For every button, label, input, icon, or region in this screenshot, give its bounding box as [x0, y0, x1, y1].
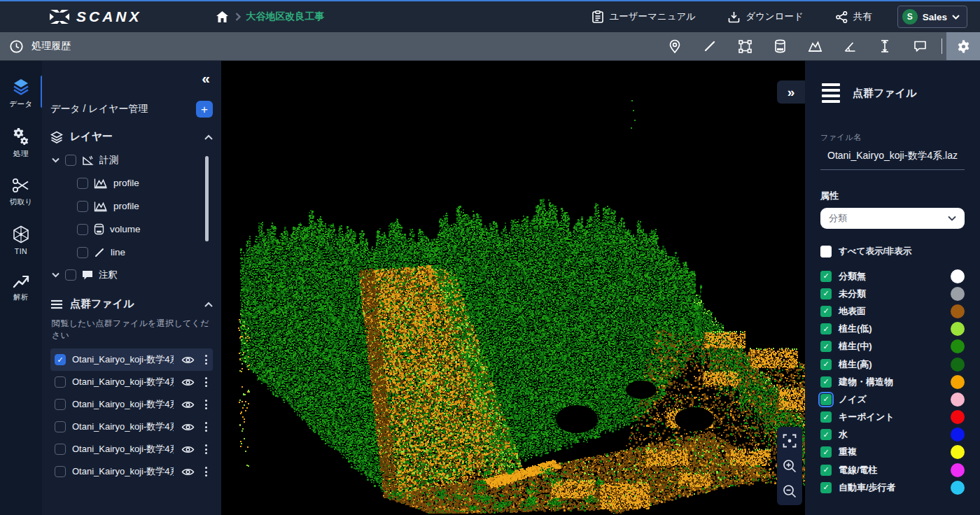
volume-checkbox[interactable]	[77, 224, 88, 235]
tool-point-marker-button[interactable]	[657, 32, 692, 60]
tool-settings-button[interactable]	[946, 32, 980, 60]
home-icon[interactable]	[215, 10, 230, 24]
file-2-checkbox[interactable]	[55, 376, 66, 388]
annotation-group-checkbox[interactable]	[65, 269, 76, 281]
kebab-menu-icon[interactable]	[202, 353, 210, 366]
scanx-logo[interactable]: SCANX	[49, 8, 142, 25]
tree-item-profile-1[interactable]: profile	[52, 171, 213, 195]
class-11-checkbox[interactable]: ✓	[820, 465, 832, 476]
file-6-checkbox[interactable]	[55, 466, 66, 477]
eye-icon[interactable]	[180, 444, 196, 456]
class-2-color-swatch[interactable]	[951, 304, 965, 318]
file-3-checkbox[interactable]	[55, 399, 66, 410]
tree-item-volume[interactable]: volume	[52, 218, 213, 241]
zoom-in-button[interactable]	[780, 457, 799, 475]
line-checkbox[interactable]	[77, 247, 88, 258]
tool-angle-measure-button[interactable]	[832, 32, 867, 60]
kebab-menu-icon[interactable]	[202, 398, 210, 411]
user-menu-button[interactable]: S Sales	[897, 6, 967, 28]
class-5-checkbox[interactable]: ✓	[820, 359, 832, 370]
measure-group-checkbox[interactable]	[65, 155, 76, 166]
attribute-select[interactable]: 分類	[820, 208, 965, 229]
file-row-2[interactable]: Otani_Kairyo_koji-数学4系-...	[50, 371, 213, 393]
tool-polygon-select-button[interactable]	[727, 32, 762, 60]
file-1-checkbox[interactable]: ✓	[55, 354, 66, 365]
tool-height-measure-button[interactable]	[867, 32, 902, 60]
kebab-menu-icon[interactable]	[202, 443, 210, 456]
rail-item-analysis[interactable]: 解析	[0, 274, 42, 302]
kebab-menu-icon[interactable]	[202, 421, 210, 433]
rail-item-tin[interactable]: TIN	[0, 225, 42, 255]
file-row-3[interactable]: Otani_Kairyo_koji-数学4系-...	[50, 393, 213, 416]
point-cloud-canvas[interactable]	[221, 61, 805, 514]
right-panel-expand-button[interactable]: »	[777, 80, 805, 104]
layers-scrollbar[interactable]	[205, 156, 209, 241]
file-5-checkbox[interactable]	[55, 444, 66, 455]
measure-expand-chevron-icon[interactable]	[52, 157, 59, 163]
tool-comment-button[interactable]	[902, 32, 937, 60]
eye-icon[interactable]	[180, 421, 196, 433]
class-0-checkbox[interactable]: ✓	[820, 271, 832, 282]
class-7-checkbox[interactable]: ✓	[820, 394, 832, 405]
annotation-expand-chevron-icon[interactable]	[52, 272, 59, 278]
class-row-vehicle: ✓ 自動車/歩行者	[820, 479, 965, 496]
file-row-6[interactable]: Otani_Kairyo_koji-数学4系-...	[50, 460, 213, 483]
process-history-button[interactable]: 処理履歴	[10, 40, 71, 53]
class-8-checkbox[interactable]: ✓	[820, 411, 832, 423]
panel-menu-icon[interactable]	[820, 82, 841, 104]
class-12-color-swatch[interactable]	[951, 481, 965, 495]
class-4-color-swatch[interactable]	[951, 339, 965, 353]
class-1-checkbox[interactable]: ✓	[820, 288, 832, 299]
layers-collapse-chevron-icon[interactable]	[204, 134, 213, 140]
fit-view-button[interactable]	[780, 432, 799, 450]
rail-item-crop[interactable]: 切取り	[0, 177, 42, 207]
tree-group-measure[interactable]: 計測	[52, 149, 213, 171]
class-4-checkbox[interactable]: ✓	[820, 341, 832, 352]
eye-icon[interactable]	[180, 354, 196, 366]
file-row-5[interactable]: Otani_Kairyo_koji-数学4系-...	[50, 438, 213, 460]
add-layer-button[interactable]: +	[196, 101, 213, 118]
class-1-color-swatch[interactable]	[951, 287, 965, 301]
tool-line-measure-button[interactable]	[692, 32, 727, 60]
class-11-color-swatch[interactable]	[951, 463, 965, 477]
kebab-menu-icon[interactable]	[202, 376, 210, 388]
file-4-checkbox[interactable]	[55, 421, 66, 432]
class-9-color-swatch[interactable]	[951, 428, 965, 442]
file-row-1[interactable]: ✓ Otani_Kairyo_koji-数学4系.l...	[50, 348, 213, 371]
tree-item-profile-2[interactable]: profile	[52, 195, 213, 218]
class-3-checkbox[interactable]: ✓	[820, 323, 832, 334]
share-button[interactable]: 共有	[829, 6, 879, 27]
kebab-menu-icon[interactable]	[202, 465, 210, 478]
file-row-4[interactable]: Otani_Kairyo_koji-数学4系-...	[50, 416, 213, 438]
class-8-color-swatch[interactable]	[951, 410, 965, 424]
toggle-all-checkbox[interactable]	[820, 246, 832, 258]
class-10-checkbox[interactable]: ✓	[820, 446, 832, 458]
tool-profile-button[interactable]	[797, 32, 832, 60]
eye-icon[interactable]	[180, 466, 196, 478]
panel-collapse-button[interactable]: «	[202, 71, 210, 85]
class-5-color-swatch[interactable]	[951, 358, 965, 372]
zoom-out-button[interactable]	[780, 482, 799, 500]
rail-item-data[interactable]: データ	[0, 78, 42, 109]
tree-group-annotation[interactable]: 注釈	[52, 264, 213, 286]
class-6-color-swatch[interactable]	[951, 375, 965, 389]
class-3-color-swatch[interactable]	[951, 322, 965, 336]
class-7-color-swatch[interactable]	[951, 393, 965, 407]
tree-item-line[interactable]: line	[52, 241, 213, 264]
eye-icon[interactable]	[180, 376, 196, 388]
rail-item-process[interactable]: 処理	[0, 127, 42, 159]
pointcloud-collapse-chevron-icon[interactable]	[204, 302, 213, 307]
class-10-color-swatch[interactable]	[951, 445, 965, 459]
class-12-checkbox[interactable]: ✓	[820, 482, 832, 493]
class-2-checkbox[interactable]: ✓	[820, 306, 832, 317]
user-manual-button[interactable]: ユーザーマニュアル	[585, 6, 703, 27]
class-9-checkbox[interactable]: ✓	[820, 429, 832, 440]
breadcrumb-project-link[interactable]: 大谷地区改良工事	[246, 10, 325, 23]
download-button[interactable]: ダウンロード	[721, 6, 811, 27]
eye-icon[interactable]	[180, 399, 196, 411]
profile-2-checkbox[interactable]	[77, 201, 88, 212]
class-6-checkbox[interactable]: ✓	[820, 376, 832, 388]
profile-1-checkbox[interactable]	[77, 178, 88, 189]
tool-volume-measure-button[interactable]	[762, 32, 797, 60]
class-0-color-swatch[interactable]	[951, 269, 965, 283]
